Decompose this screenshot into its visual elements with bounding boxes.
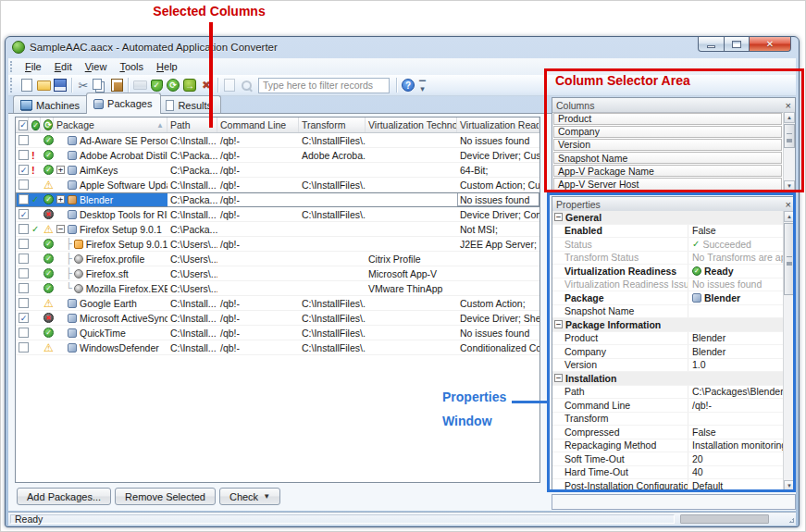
- row-checkbox[interactable]: [19, 254, 29, 264]
- header-command-line[interactable]: Command Line: [217, 118, 299, 132]
- menu-item[interactable]: File: [19, 59, 48, 74]
- row-checkbox[interactable]: [19, 328, 29, 338]
- row-package-cell[interactable]: +AimKeys: [54, 163, 167, 177]
- table-row[interactable]: Google Earth C:\Install... /qb!- C:\Inst…: [16, 296, 539, 311]
- check-button[interactable]: Check▼: [219, 488, 280, 505]
- print-icon[interactable]: [131, 77, 148, 93]
- header-status-column[interactable]: [41, 118, 54, 132]
- check-shield-icon[interactable]: [148, 77, 165, 93]
- row-checkbox-cell[interactable]: [16, 192, 29, 206]
- row-checkbox-cell[interactable]: [16, 296, 29, 310]
- open-icon[interactable]: [35, 77, 52, 93]
- table-row[interactable]: QuickTime C:\Install... /qb!- C:\Install…: [16, 326, 539, 340]
- row-package-cell[interactable]: Apple Software Update: [54, 178, 167, 192]
- find-icon[interactable]: [238, 77, 254, 93]
- row-checkbox[interactable]: [19, 283, 29, 293]
- cut-icon[interactable]: [75, 77, 92, 93]
- row-package-cell[interactable]: Google Earth: [54, 296, 167, 310]
- row-checkbox[interactable]: [19, 313, 29, 323]
- row-checkbox-cell[interactable]: [16, 237, 29, 251]
- table-row[interactable]: ├Firefox.sft C:\Users\... Microsoft App-…: [16, 266, 539, 281]
- toolbar-grip[interactable]: [10, 78, 16, 92]
- row-checkbox[interactable]: [19, 150, 29, 160]
- select-all-checkbox[interactable]: [19, 120, 28, 130]
- row-checkbox[interactable]: [19, 165, 29, 175]
- resize-grip[interactable]: [787, 515, 794, 523]
- row-checkbox[interactable]: [19, 239, 29, 249]
- row-package-cell[interactable]: Ad-Aware SE Personal: [54, 133, 167, 147]
- table-row[interactable]: Apple Software Update C:\Install... /qb!…: [16, 178, 539, 192]
- row-checkbox-cell[interactable]: [16, 222, 29, 236]
- row-checkbox-cell[interactable]: [16, 326, 29, 340]
- remove-selected-button[interactable]: Remove Selected: [115, 488, 216, 505]
- menu-item[interactable]: Help: [150, 59, 184, 74]
- document-icon[interactable]: [221, 77, 238, 93]
- row-checkbox[interactable]: [19, 194, 29, 204]
- menu-item[interactable]: Edit: [48, 59, 79, 74]
- row-package-cell[interactable]: └Mozilla Firefox.EXE: [54, 281, 167, 295]
- row-checkbox-cell[interactable]: [16, 148, 29, 162]
- row-checkbox-cell[interactable]: [16, 163, 29, 177]
- row-checkbox[interactable]: [19, 209, 29, 219]
- row-package-cell[interactable]: ├Firefox Setup 9.0.1.msi: [54, 237, 167, 251]
- table-row[interactable]: └Mozilla Firefox.EXE C:\Users\... VMware…: [16, 281, 539, 296]
- save-icon[interactable]: [52, 77, 68, 93]
- row-package-cell[interactable]: ├Firefox.profile: [54, 252, 167, 266]
- row-checkbox-cell[interactable]: [16, 311, 29, 325]
- import-icon[interactable]: [181, 77, 198, 93]
- add-packages-button[interactable]: Add Packages...: [17, 488, 111, 505]
- table-row[interactable]: ✓ +Blender C:\Packa... /qb!- No issues f…: [16, 192, 539, 207]
- row-checkbox-cell[interactable]: [16, 207, 29, 221]
- menubar-grip[interactable]: [10, 61, 16, 73]
- row-package-cell[interactable]: WindowsDefender: [54, 340, 167, 354]
- help-icon[interactable]: [400, 77, 416, 93]
- row-checkbox[interactable]: [19, 342, 29, 353]
- row-package-cell[interactable]: Desktop Tools for RIM H...: [54, 207, 167, 221]
- expand-icon[interactable]: +: [56, 166, 65, 174]
- row-checkbox-cell[interactable]: [16, 340, 29, 354]
- table-row[interactable]: ✓ −Firefox Setup 9.0.1 C:\Packa... Not M…: [16, 222, 539, 237]
- table-row[interactable]: Ad-Aware SE Personal C:\Install... /qb!-…: [16, 133, 539, 148]
- maximize-button[interactable]: [725, 37, 750, 52]
- menu-item[interactable]: Tools: [113, 59, 150, 74]
- refresh-icon[interactable]: [165, 77, 181, 93]
- header-virtualization-technology[interactable]: Virtualization Technolo...: [366, 118, 457, 132]
- tab-machines[interactable]: Machines: [13, 95, 89, 114]
- table-row[interactable]: Microsoft ActiveSync C:\Install... /qb!-…: [16, 311, 539, 326]
- tab-packages[interactable]: Packages: [86, 93, 161, 114]
- table-row[interactable]: ├Firefox Setup 9.0.1.msi C:\Users\... /q…: [16, 237, 539, 252]
- row-package-cell[interactable]: +Blender: [54, 192, 167, 206]
- header-run-column[interactable]: [29, 118, 41, 132]
- header-virtualization-readiness[interactable]: Virtualization Readi...: [457, 118, 539, 132]
- row-package-cell[interactable]: QuickTime: [54, 326, 167, 340]
- table-row[interactable]: Desktop Tools for RIM H... C:\Install...…: [16, 207, 539, 222]
- row-checkbox-cell[interactable]: [16, 178, 29, 192]
- row-checkbox-cell[interactable]: [16, 252, 29, 266]
- titlebar[interactable]: SampleAAC.aacx - Automated Application C…: [6, 37, 799, 57]
- header-select-all[interactable]: [16, 118, 29, 132]
- table-row[interactable]: ! +AimKeys C:\Packa... /qb!- 64-Bit;: [16, 163, 539, 178]
- table-row[interactable]: ! Adobe Acrobat Distiller ... C:\Packa..…: [16, 148, 539, 163]
- toolbar-overflow-chevron[interactable]: ▔▾: [419, 80, 426, 91]
- row-checkbox[interactable]: [19, 268, 29, 278]
- header-package[interactable]: Package▲: [54, 118, 167, 132]
- new-document-icon[interactable]: [19, 77, 35, 93]
- row-checkbox[interactable]: [19, 135, 29, 145]
- paste-icon[interactable]: [108, 77, 125, 93]
- header-transform[interactable]: Transform: [299, 118, 366, 132]
- row-checkbox-cell[interactable]: [16, 281, 29, 295]
- row-checkbox[interactable]: [19, 224, 29, 234]
- expand-icon[interactable]: +: [56, 195, 65, 204]
- row-package-cell[interactable]: Adobe Acrobat Distiller ...: [54, 148, 167, 162]
- row-checkbox-cell[interactable]: [16, 266, 29, 280]
- copy-icon[interactable]: [92, 77, 108, 93]
- close-button[interactable]: ✕: [750, 37, 791, 52]
- row-package-cell[interactable]: Microsoft ActiveSync: [54, 311, 167, 325]
- row-checkbox[interactable]: [19, 179, 29, 190]
- row-package-cell[interactable]: −Firefox Setup 9.0.1: [54, 222, 167, 236]
- row-package-cell[interactable]: ├Firefox.sft: [54, 266, 167, 280]
- menu-item[interactable]: View: [79, 59, 114, 74]
- row-checkbox[interactable]: [19, 298, 29, 308]
- table-row[interactable]: ├Firefox.profile C:\Users\... Citrix Pro…: [16, 252, 539, 266]
- table-row[interactable]: WindowsDefender C:\Install... /qb!- C:\I…: [16, 340, 539, 355]
